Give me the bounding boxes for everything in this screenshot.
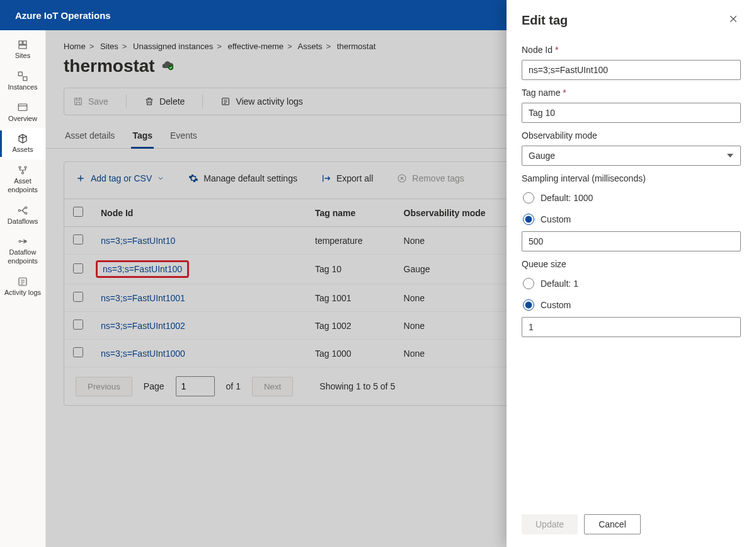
node-id-label: Node Id (522, 45, 741, 55)
asset-endpoints-icon (17, 164, 28, 176)
update-button: Update (522, 514, 578, 534)
svg-point-8 (22, 172, 24, 174)
panel-title: Edit tag (522, 13, 568, 28)
sidebar-item-label: Asset endpoints (1, 177, 44, 195)
app-title: Azure IoT Operations (15, 10, 111, 21)
svg-rect-4 (23, 77, 27, 81)
svg-rect-5 (18, 104, 27, 111)
sidebar-item-label: Overview (8, 115, 37, 124)
svg-point-6 (19, 166, 21, 168)
sampling-value-input[interactable] (522, 231, 741, 251)
svg-point-9 (18, 209, 20, 211)
sidebar-item-assets[interactable]: Assets (0, 128, 45, 159)
sites-icon (17, 39, 28, 50)
queue-custom-radio[interactable]: Custom (522, 296, 741, 314)
svg-rect-3 (18, 72, 22, 76)
activity-logs-icon (17, 276, 28, 287)
svg-point-7 (25, 166, 26, 168)
queue-value-input[interactable] (522, 317, 741, 337)
sidebar-item-asset-endpoints[interactable]: Asset endpoints (0, 159, 45, 200)
overview-icon (17, 102, 28, 113)
observability-label: Observability mode (522, 130, 741, 141)
sidebar-item-label: Instances (8, 83, 37, 92)
sidebar-item-dataflows[interactable]: Dataflows (0, 200, 45, 231)
assets-icon (17, 133, 28, 144)
sidebar-item-label: Activity logs (4, 289, 41, 297)
dataflows-icon (17, 205, 28, 216)
sidebar-item-sites[interactable]: Sites (0, 34, 45, 66)
sidebar-item-overview[interactable]: Overview (0, 97, 45, 129)
close-panel-button[interactable] (726, 11, 741, 30)
queue-label: Queue size (522, 259, 741, 269)
queue-default-radio[interactable]: Default: 1 (522, 274, 741, 293)
svg-rect-2 (19, 45, 26, 49)
svg-rect-1 (23, 41, 26, 44)
cancel-button[interactable]: Cancel (584, 514, 641, 534)
sampling-label: Sampling interval (milliseconds) (522, 173, 741, 183)
sidebar-item-label: Sites (15, 52, 30, 60)
tag-name-label: Tag name (522, 88, 741, 98)
close-icon (728, 14, 738, 24)
svg-point-11 (25, 212, 27, 214)
instances-icon (17, 71, 28, 82)
edit-tag-panel: Edit tag Node Id Tag name Observability … (507, 0, 756, 547)
sidebar-item-activity-logs[interactable]: Activity logs (0, 271, 45, 302)
sidebar-item-label: Dataflows (8, 217, 38, 226)
sampling-default-radio[interactable]: Default: 1000 (522, 188, 741, 207)
sidebar: Sites Instances Overview Assets Asset en… (0, 30, 46, 547)
sampling-custom-radio[interactable]: Custom (522, 210, 741, 229)
svg-point-10 (25, 207, 27, 209)
svg-point-12 (19, 241, 21, 243)
sidebar-item-dataflow-endpoints[interactable]: Dataflow endpoints (0, 231, 45, 271)
node-id-input[interactable] (522, 60, 741, 80)
sidebar-item-instances[interactable]: Instances (0, 66, 45, 97)
tag-name-input[interactable] (522, 103, 741, 123)
dataflow-endpoints-icon (17, 236, 28, 247)
sidebar-item-label: Dataflow endpoints (1, 248, 44, 266)
observability-select[interactable] (522, 146, 741, 166)
sidebar-item-label: Assets (12, 146, 33, 154)
svg-rect-0 (19, 41, 22, 44)
